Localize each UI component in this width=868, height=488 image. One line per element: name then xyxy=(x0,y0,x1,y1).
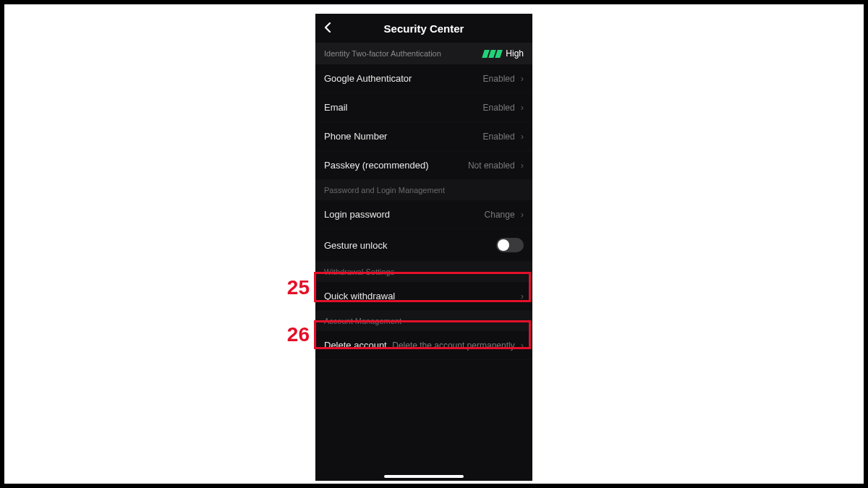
chevron-right-icon: › xyxy=(521,102,524,113)
two-factor-banner: Identity Two-factor Authentication High xyxy=(315,43,532,64)
toggle-knob xyxy=(498,239,509,251)
back-arrow-icon[interactable] xyxy=(324,21,339,36)
row-label: Passkey (recommended) xyxy=(324,160,429,171)
delete-account-row[interactable]: Delete account Delete the account perman… xyxy=(315,331,532,360)
chevron-right-icon: › xyxy=(521,209,524,220)
quick-withdrawal-row[interactable]: Quick withdrawal › xyxy=(315,282,532,311)
row-status: Enabled xyxy=(483,74,515,84)
row-label: Login password xyxy=(324,209,390,220)
row-label: Phone Number xyxy=(324,131,387,142)
passkey-row[interactable]: Passkey (recommended) Not enabled › xyxy=(315,151,532,180)
banner-level: High xyxy=(483,48,524,59)
chevron-right-icon: › xyxy=(521,73,524,84)
password-section-header: Password and Login Management xyxy=(315,180,532,200)
row-status: Delete the account permanently xyxy=(392,341,514,351)
chevron-right-icon: › xyxy=(521,291,524,301)
row-label: Email xyxy=(324,102,348,113)
chevron-right-icon: › xyxy=(521,160,524,171)
row-label: Delete account xyxy=(324,340,387,351)
header: Security Center xyxy=(315,14,532,43)
annotation-label-25: 25 xyxy=(273,276,310,299)
row-status: Enabled xyxy=(483,103,515,113)
row-status: Not enabled xyxy=(468,160,515,171)
row-status: Change xyxy=(485,210,515,220)
row-label: Gesture unlock xyxy=(324,240,387,251)
banner-level-text: High xyxy=(506,48,524,59)
security-bars-icon xyxy=(483,50,501,58)
gesture-toggle[interactable] xyxy=(496,238,524,252)
email-row[interactable]: Email Enabled › xyxy=(315,93,532,122)
row-status: Enabled xyxy=(483,132,515,142)
banner-label: Identity Two-factor Authentication xyxy=(324,49,441,58)
chevron-right-icon: › xyxy=(521,340,524,351)
chevron-right-icon: › xyxy=(521,131,524,142)
page-title: Security Center xyxy=(315,22,532,35)
phone-screen: Security Center Identity Two-factor Auth… xyxy=(315,14,532,481)
row-label: Google Authenticator xyxy=(324,73,412,84)
annotation-label-26: 26 xyxy=(273,323,310,346)
phone-number-row[interactable]: Phone Number Enabled › xyxy=(315,122,532,151)
row-label: Quick withdrawal xyxy=(324,291,395,301)
login-password-row[interactable]: Login password Change › xyxy=(315,200,532,229)
google-authenticator-row[interactable]: Google Authenticator Enabled › xyxy=(315,64,532,93)
home-indicator xyxy=(384,475,464,478)
withdrawal-section-header: Withdrawal Settings xyxy=(315,262,532,282)
account-section-header: Account Management xyxy=(315,311,532,331)
gesture-unlock-row[interactable]: Gesture unlock xyxy=(315,229,532,262)
